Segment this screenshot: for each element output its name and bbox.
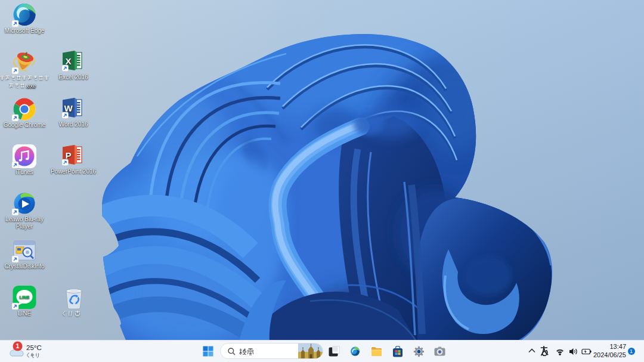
svg-text:W: W (64, 103, 73, 113)
svg-text:X: X (65, 56, 71, 66)
svg-text:LINE: LINE (19, 295, 29, 300)
svg-text:25°C: 25°C (26, 344, 42, 351)
svg-text:P: P (65, 150, 71, 160)
svg-text:1: 1 (16, 342, 20, 349)
svg-text:.exe: .exe (26, 83, 36, 89)
